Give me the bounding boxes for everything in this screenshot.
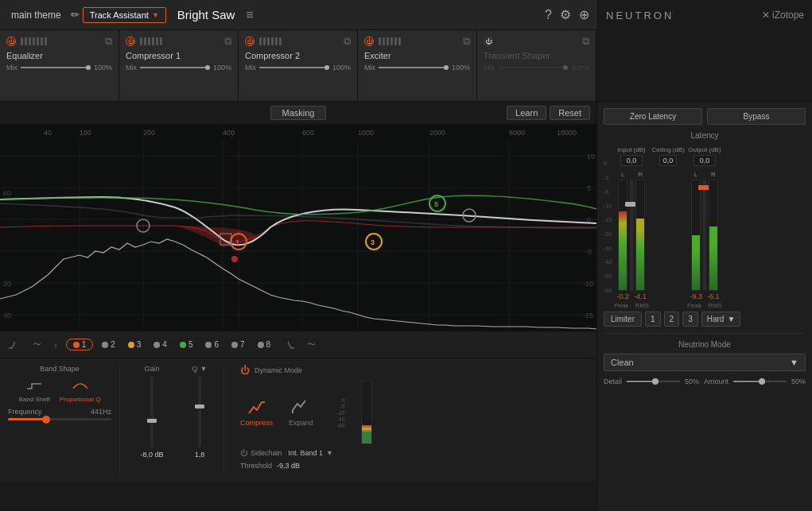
exciter-bars bbox=[379, 37, 458, 45]
band-5-num: 5 bbox=[188, 340, 193, 349]
sidechain-label: Sidechain bbox=[251, 449, 282, 457]
svg-text:6000: 6000 bbox=[509, 129, 525, 137]
copy-icon[interactable]: ⧉ bbox=[463, 35, 470, 48]
bright-saw-label: Bright Saw bbox=[169, 8, 243, 21]
limiter-3-button[interactable]: 3 bbox=[682, 312, 698, 327]
svg-text:3: 3 bbox=[371, 238, 375, 246]
learn-button[interactable]: Learn bbox=[507, 106, 546, 120]
band-shelf-option[interactable]: Band Shelf bbox=[19, 377, 50, 403]
transient-power[interactable]: ⏻ bbox=[484, 37, 493, 46]
copy-icon[interactable]: ⧉ bbox=[582, 35, 589, 48]
int-band-1-label[interactable]: Int. Band 1 bbox=[289, 449, 324, 457]
output-R-fader[interactable] bbox=[703, 165, 706, 291]
preset-name: main theme bbox=[5, 10, 68, 21]
band-tilde1[interactable]: 〜 bbox=[29, 337, 45, 352]
masking-button[interactable]: Masking bbox=[270, 106, 327, 120]
document-icon[interactable]: ≡ bbox=[246, 8, 253, 22]
tilde2-icon: 〜 bbox=[307, 339, 316, 350]
settings-icon[interactable]: ⚙ bbox=[560, 7, 571, 22]
frequency-slider[interactable] bbox=[8, 418, 111, 420]
dynamic-power-icon[interactable]: ⏻ bbox=[240, 365, 250, 376]
exciter-mix-slider[interactable] bbox=[379, 67, 449, 68]
detail-slider[interactable] bbox=[627, 381, 680, 382]
limiter-1-button[interactable]: 1 bbox=[645, 312, 661, 327]
ceiling-value: 0,0 bbox=[659, 155, 678, 166]
band-6[interactable]: 6 bbox=[201, 339, 223, 350]
expand-option[interactable]: Expand bbox=[289, 399, 313, 427]
hard-dropdown[interactable]: Hard ▼ bbox=[701, 312, 741, 327]
neutrino-dropdown[interactable]: Clean ▼ bbox=[604, 354, 806, 371]
gain-slider-thumb[interactable] bbox=[147, 419, 157, 423]
band-lowcut[interactable] bbox=[5, 339, 24, 351]
scale--50: -50 bbox=[604, 273, 612, 279]
band-arrow[interactable]: › bbox=[50, 339, 61, 351]
q-slider-track[interactable] bbox=[198, 376, 201, 447]
band-3[interactable]: 3 bbox=[124, 339, 146, 350]
help-icon[interactable]: ? bbox=[545, 8, 552, 22]
equalizer-power[interactable]: ⏻ bbox=[6, 37, 16, 46]
proportional-q-option[interactable]: Proportional Q bbox=[60, 377, 101, 403]
amount-slider[interactable] bbox=[733, 381, 787, 382]
reset-button[interactable]: Reset bbox=[550, 106, 590, 120]
search-icon[interactable]: ⊕ bbox=[579, 7, 589, 22]
limiter-button[interactable]: Limiter bbox=[604, 312, 642, 327]
eq-canvas[interactable]: 10 5 0 -5 -10 -15 20 40 60 40 100 200 40… bbox=[0, 124, 596, 331]
band-5-dot bbox=[180, 342, 186, 348]
input-L-fader[interactable] bbox=[630, 165, 633, 291]
bar-seg bbox=[506, 37, 508, 45]
band-highcut[interactable] bbox=[279, 339, 298, 351]
band-shape-section: Band Shape Band Shelf bbox=[8, 365, 111, 420]
q-label: Q bbox=[192, 365, 198, 373]
neutrino-dropdown-arrow: ▼ bbox=[790, 358, 798, 367]
q-slider-thumb[interactable] bbox=[195, 405, 204, 408]
band-5[interactable]: 5 bbox=[176, 339, 197, 350]
compressor1-power[interactable]: ⏻ bbox=[126, 37, 135, 46]
sidechain-power[interactable]: ⏻ bbox=[240, 449, 247, 457]
limiter-section: Limiter 1 2 3 Hard ▼ bbox=[604, 312, 806, 327]
exciter-power[interactable]: ⏻ bbox=[364, 37, 374, 46]
comp1-mix-slider[interactable] bbox=[140, 67, 210, 68]
threshold-row: Threshold -9,3 dB bbox=[240, 462, 589, 470]
band-shape-label: Band Shape bbox=[40, 365, 80, 373]
out-fader-track[interactable] bbox=[703, 180, 706, 291]
bar-seg bbox=[387, 37, 389, 45]
band-7[interactable]: 7 bbox=[227, 339, 249, 350]
izotope-logo: ✕ iZotope bbox=[762, 10, 804, 21]
band-tilde2[interactable]: 〜 bbox=[303, 337, 320, 352]
svg-text:600: 600 bbox=[302, 129, 314, 137]
fader-track[interactable] bbox=[630, 180, 633, 291]
separator-1 bbox=[119, 365, 120, 474]
compressor2-power[interactable]: ⏻ bbox=[245, 37, 254, 46]
input-meters: L R bbox=[618, 168, 645, 291]
copy-icon[interactable]: ⧉ bbox=[344, 35, 351, 48]
band-4[interactable]: 4 bbox=[150, 339, 171, 350]
comp2-mix-slider[interactable] bbox=[259, 67, 329, 68]
compress-option[interactable]: Compress bbox=[240, 399, 273, 427]
bypass-button[interactable]: Bypass bbox=[707, 108, 806, 125]
bar-seg bbox=[21, 37, 23, 45]
gain-slider-track[interactable] bbox=[150, 376, 153, 447]
band-shelf-icon bbox=[25, 377, 43, 393]
limiter-2-button[interactable]: 2 bbox=[664, 312, 680, 327]
input-values: -0.2 -4.1 bbox=[617, 292, 647, 300]
track-assistant-button[interactable]: Track Assistant ▼ bbox=[83, 7, 166, 23]
latency-label: Latency bbox=[604, 131, 806, 140]
eq-mix-slider[interactable] bbox=[21, 67, 91, 68]
zero-latency-button[interactable]: Zero Latency bbox=[604, 108, 702, 125]
bar-seg bbox=[33, 37, 35, 45]
scale-0: 0 bbox=[604, 161, 612, 166]
copy-icon[interactable]: ⧉ bbox=[224, 35, 231, 48]
copy-icon[interactable]: ⧉ bbox=[105, 35, 112, 48]
compress-icon bbox=[247, 399, 266, 416]
transient-mix-slider[interactable] bbox=[498, 67, 568, 68]
svg-text:20: 20 bbox=[3, 280, 11, 288]
band-8[interactable]: 8 bbox=[254, 339, 275, 350]
threshold-value: -9,3 dB bbox=[277, 462, 300, 470]
edit-icon[interactable]: ✏ bbox=[71, 9, 80, 21]
band-2[interactable]: 2 bbox=[98, 339, 119, 350]
output-R-channel: R bbox=[709, 171, 718, 291]
eq-controls-bar: Masking Learn Reset bbox=[0, 102, 596, 124]
band-1[interactable]: 1 bbox=[66, 339, 94, 350]
bar-seg bbox=[41, 37, 43, 45]
hard-label: Hard bbox=[707, 315, 725, 323]
